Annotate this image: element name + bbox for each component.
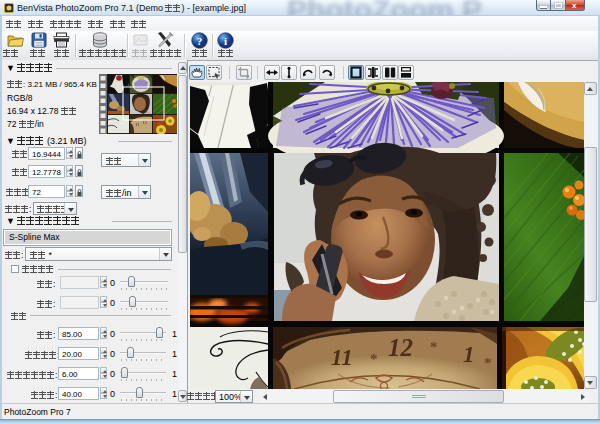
svg-text:i: i xyxy=(224,35,227,47)
svg-text:11: 11 xyxy=(331,345,353,370)
svg-text:?: ? xyxy=(197,35,203,47)
svg-text:12: 12 xyxy=(388,334,413,361)
svg-text:12: 12 xyxy=(142,120,148,125)
svg-text:*: * xyxy=(430,339,438,355)
svg-text:*: * xyxy=(484,355,492,371)
svg-text:*: * xyxy=(370,351,378,367)
svg-text:1: 1 xyxy=(463,342,475,367)
svg-text:11: 11 xyxy=(135,122,140,127)
